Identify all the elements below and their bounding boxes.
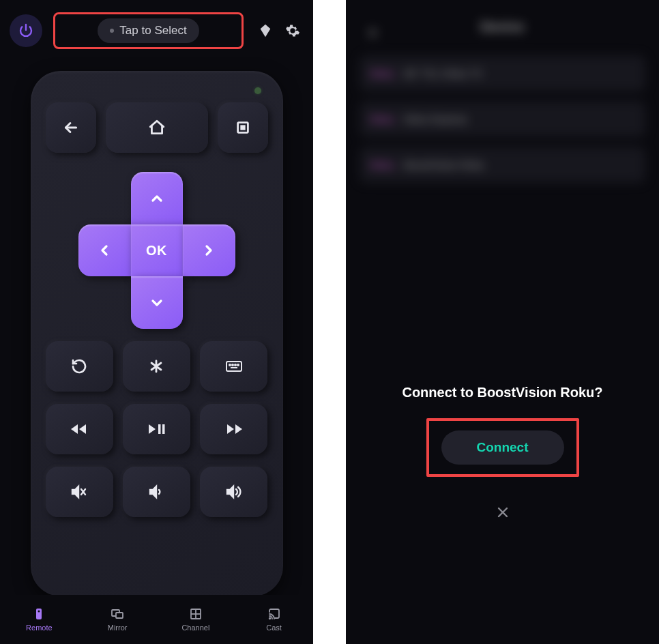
ok-label: OK	[146, 243, 167, 259]
nav-cast[interactable]: Cast	[235, 595, 313, 644]
device-name: BoostVision Roku	[404, 159, 484, 171]
nav-remote[interactable]: Remote	[0, 595, 78, 644]
asterisk-icon	[148, 358, 164, 375]
remote-body: OK	[31, 71, 283, 596]
chevron-right-icon	[201, 242, 217, 259]
power-button[interactable]	[10, 14, 42, 47]
home-icon	[148, 119, 166, 136]
chevron-down-icon	[149, 295, 165, 311]
dpad: OK	[46, 172, 268, 329]
svg-rect-23	[116, 613, 123, 618]
arrow-left-icon	[62, 119, 80, 136]
svg-marker-18	[150, 486, 156, 497]
device-tag: Roku	[370, 68, 394, 79]
device-name: 65" TCL Roku TV	[404, 68, 483, 79]
cast-icon	[267, 607, 281, 621]
svg-marker-14	[235, 424, 242, 434]
connect-label: Connect	[477, 440, 529, 454]
svg-marker-13	[227, 424, 234, 434]
dpad-left-button[interactable]	[78, 224, 131, 276]
volume-up-icon	[225, 484, 243, 500]
device-tag: Roku	[370, 160, 394, 171]
fullscreen-button[interactable]	[218, 102, 268, 153]
svg-marker-9	[79, 424, 86, 434]
device-selector-highlight: Tap to Select	[53, 12, 244, 49]
svg-point-21	[38, 611, 40, 613]
blurred-device-list: ✕ Device Roku 65" TCL Roku TV Roku Roku …	[346, 0, 659, 211]
chevron-left-icon	[96, 242, 113, 259]
led-indicator-icon	[254, 87, 261, 94]
svg-marker-10	[149, 424, 156, 434]
connect-prompt: Connect to BoostVision Roku?	[402, 385, 602, 400]
svg-marker-8	[71, 424, 78, 434]
remote-icon	[32, 607, 46, 621]
back-button[interactable]	[46, 102, 96, 153]
replay-icon	[71, 358, 87, 375]
nav-label: Channel	[181, 624, 209, 632]
device-row: Roku BoostVision Roku	[360, 147, 645, 183]
rewind-button[interactable]	[46, 404, 113, 454]
svg-point-4	[232, 364, 233, 366]
volume-down-icon	[148, 484, 164, 500]
device-selector-label: Tap to Select	[119, 24, 186, 38]
device-row: Roku 65" TCL Roku TV	[360, 55, 645, 91]
nav-label: Remote	[26, 624, 53, 632]
fast-forward-icon	[224, 422, 244, 436]
svg-point-27	[269, 618, 270, 619]
status-dot-icon	[110, 29, 114, 33]
device-tag: Roku	[370, 114, 394, 125]
device-list-title: Device	[360, 19, 645, 35]
svg-rect-12	[162, 424, 165, 434]
top-bar: Tap to Select	[0, 0, 313, 57]
dpad-right-button[interactable]	[183, 224, 235, 276]
connect-button[interactable]: Connect	[441, 430, 564, 465]
volume-mute-icon	[70, 484, 88, 500]
nav-channel[interactable]: Channel	[157, 595, 235, 644]
volume-up-button[interactable]	[200, 467, 267, 517]
dpad-ok-button[interactable]: OK	[131, 224, 183, 276]
svg-point-6	[237, 364, 239, 366]
device-name: Roku Express	[404, 113, 467, 125]
connect-highlight: Connect	[426, 418, 579, 477]
nav-label: Cast	[266, 624, 282, 632]
svg-rect-20	[36, 609, 42, 619]
keyboard-icon	[225, 360, 243, 373]
svg-point-3	[229, 364, 231, 366]
settings-button[interactable]	[282, 20, 304, 42]
fullscreen-icon	[235, 120, 250, 135]
svg-rect-11	[158, 424, 161, 434]
chevron-up-icon	[149, 190, 165, 207]
mute-button[interactable]	[46, 467, 113, 517]
options-button[interactable]	[123, 341, 190, 392]
device-select-screen: ✕ Device Roku 65" TCL Roku TV Roku Roku …	[346, 0, 659, 644]
mirror-icon	[111, 607, 124, 621]
dpad-up-button[interactable]	[131, 172, 183, 224]
device-selector[interactable]: Tap to Select	[98, 18, 199, 43]
premium-button[interactable]	[254, 20, 276, 42]
fast-forward-button[interactable]	[200, 404, 267, 454]
power-icon	[18, 23, 34, 39]
device-row: Roku Roku Express	[360, 101, 645, 137]
diamond-icon	[258, 23, 273, 38]
play-pause-icon	[147, 422, 166, 436]
gear-icon	[285, 23, 300, 38]
close-icon	[496, 506, 510, 519]
nav-label: Mirror	[108, 624, 128, 632]
volume-down-button[interactable]	[123, 467, 190, 517]
keyboard-button[interactable]	[200, 341, 267, 392]
play-pause-button[interactable]	[123, 404, 190, 454]
dismiss-button[interactable]	[496, 506, 510, 519]
home-button[interactable]	[106, 102, 208, 153]
svg-marker-19	[227, 486, 233, 497]
close-icon: ✕	[366, 25, 379, 42]
remote-screen: Tap to Select	[0, 0, 313, 644]
svg-rect-2	[226, 362, 241, 371]
nav-mirror[interactable]: Mirror	[78, 595, 157, 644]
svg-marker-15	[72, 486, 78, 497]
connect-sheet: Connect to BoostVision Roku? Connect	[346, 357, 659, 644]
channel-icon	[189, 607, 203, 621]
bottom-nav: Remote Mirror Channel Cast	[0, 595, 313, 644]
svg-point-5	[235, 364, 236, 366]
dpad-down-button[interactable]	[131, 276, 183, 329]
replay-button[interactable]	[46, 341, 113, 392]
